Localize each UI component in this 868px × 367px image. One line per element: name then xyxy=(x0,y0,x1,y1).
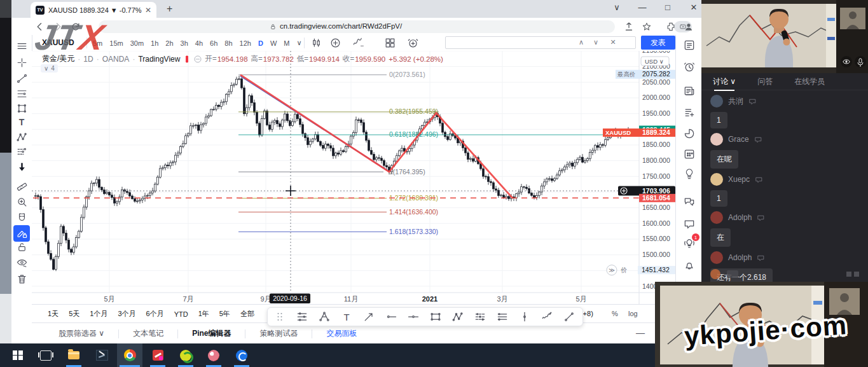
chat-bubble-icon[interactable] xyxy=(754,135,762,144)
window-minimize-icon[interactable]: — xyxy=(636,3,649,12)
forward-icon[interactable] xyxy=(52,21,64,32)
horizontal-line-tool-icon[interactable] xyxy=(384,310,398,324)
find-close-icon[interactable]: ✕ xyxy=(608,38,618,48)
crosshair-tool-icon[interactable] xyxy=(15,55,29,69)
timeframe-W[interactable]: W xyxy=(270,39,277,47)
magnet-tool-icon[interactable] xyxy=(15,211,29,225)
range-5天[interactable]: 5天 xyxy=(69,309,79,319)
new-tab-button[interactable]: + xyxy=(167,3,172,15)
range-1个月[interactable]: 1个月 xyxy=(90,309,107,319)
fib-lines-tool-icon[interactable] xyxy=(15,87,29,100)
zoom-in-tool-icon[interactable] xyxy=(15,195,29,209)
app-pink-icon[interactable] xyxy=(201,343,226,367)
snip-app-icon[interactable] xyxy=(89,343,114,367)
timeframe-2h[interactable]: 2h xyxy=(165,39,173,47)
symbol-button[interactable]: XAUUSD xyxy=(42,38,74,47)
floating-drawing-toolbar[interactable]: T xyxy=(267,307,583,326)
tab-search-icon[interactable]: ∨ xyxy=(610,3,623,12)
range-YTD[interactable]: YTD xyxy=(174,310,188,318)
find-next-icon[interactable]: ∨ xyxy=(591,38,601,48)
bottom-tab-交易面板[interactable]: 交易面板 xyxy=(312,328,371,339)
fib-speed-tool-icon[interactable] xyxy=(495,310,509,324)
range-6个月[interactable]: 6个月 xyxy=(146,309,164,319)
extensions-puzzle-icon[interactable] xyxy=(665,21,677,32)
watchlist-icon[interactable] xyxy=(682,38,696,52)
menu-tool-icon[interactable] xyxy=(15,39,29,53)
alert-add-icon[interactable] xyxy=(406,36,420,50)
bookmark-star-icon[interactable] xyxy=(641,21,652,32)
chat-tab-讨论[interactable]: 讨论 ∨ xyxy=(713,76,736,87)
bottom-tab-文本笔记[interactable]: 文本笔记 xyxy=(119,328,177,339)
percent-scale-button[interactable]: % xyxy=(612,310,618,317)
chat-bubble-icon[interactable] xyxy=(757,254,765,262)
range-1年[interactable]: 1年 xyxy=(198,309,209,319)
news-icon[interactable] xyxy=(682,84,696,98)
bottom-tab-Pine编辑器[interactable]: Pine编辑器 xyxy=(178,328,245,339)
range-3个月[interactable]: 3个月 xyxy=(118,309,135,319)
elliott-wave-tool-icon[interactable] xyxy=(540,310,554,324)
browser-tab[interactable]: TV XAUUSD 1889.324 ▼ -0.77% ✕ xyxy=(31,2,156,18)
start-button[interactable] xyxy=(5,343,31,367)
folder-icon[interactable] xyxy=(727,270,738,278)
log-scale-button[interactable]: log xyxy=(628,310,638,317)
drag-tool-icon[interactable] xyxy=(273,310,287,324)
back-icon[interactable] xyxy=(34,21,46,32)
range-1天[interactable]: 1天 xyxy=(48,309,59,319)
bottom-tab-股票筛选器[interactable]: 股票筛选器 ∨ xyxy=(45,328,118,339)
text-tool-icon[interactable]: T xyxy=(340,310,354,324)
range-5年[interactable]: 5年 xyxy=(219,309,230,319)
legend-pair[interactable]: 黄金/美元 xyxy=(42,53,74,64)
broadcast-icon[interactable]: 1 xyxy=(682,237,696,251)
profile-avatar-icon[interactable] xyxy=(683,21,694,32)
footer-icon[interactable] xyxy=(854,272,859,277)
hide-drawings-tool-icon[interactable] xyxy=(15,255,29,269)
timeframe-15m[interactable]: 15m xyxy=(109,39,123,47)
webinar-video-top[interactable] xyxy=(701,0,868,73)
hide-legend-icon[interactable] xyxy=(194,55,202,63)
timeframe-more-icon[interactable]: ∨ xyxy=(296,39,301,47)
candle-style-icon[interactable] xyxy=(309,36,323,50)
alarm-icon[interactable] xyxy=(682,60,696,74)
unlock-tool-icon[interactable] xyxy=(15,240,29,254)
timeframe-M[interactable]: M xyxy=(284,39,289,47)
trend-line-tool-icon[interactable] xyxy=(562,310,576,324)
timeframe-3h[interactable]: 3h xyxy=(181,39,188,47)
compare-add-icon[interactable] xyxy=(328,36,342,50)
shapes-tool-icon[interactable] xyxy=(15,101,29,115)
task-view-icon[interactable] xyxy=(33,343,59,367)
reload-icon[interactable] xyxy=(70,21,81,32)
range-全部[interactable]: 全部 xyxy=(240,309,254,319)
timeframe-12h[interactable]: 12h xyxy=(240,39,251,47)
timeframe-5m[interactable]: 5m xyxy=(93,39,102,47)
chat-icon[interactable] xyxy=(682,217,696,231)
trendline-tool-icon[interactable] xyxy=(15,71,29,85)
publish-button[interactable]: 发表 xyxy=(641,36,675,50)
tab-close-icon[interactable]: ✕ xyxy=(145,6,151,15)
timeframe-D[interactable]: D xyxy=(258,39,263,47)
arrow-tool-icon[interactable] xyxy=(362,310,376,324)
forecast-tool-icon[interactable] xyxy=(15,144,29,158)
timeframe-1h[interactable]: 1h xyxy=(151,39,158,47)
price-chart[interactable]: 0(2073.561)0.382(1955.459)0.618(1882.496… xyxy=(32,51,675,304)
pitchfork-tool-icon[interactable] xyxy=(317,310,331,324)
chat-tab-在线学员[interactable]: 在线学员 xyxy=(794,76,825,87)
indicators-icon[interactable] xyxy=(351,36,365,50)
app-yellow-icon[interactable] xyxy=(173,343,198,367)
share-icon[interactable] xyxy=(623,21,635,32)
timeframe-30m[interactable]: 30m xyxy=(130,39,144,47)
find-input[interactable]: ∧ ∨ ✕ xyxy=(445,36,636,49)
layout-grid-icon[interactable] xyxy=(383,36,397,50)
chat-bubble-icon[interactable] xyxy=(757,214,765,222)
rectangle-tool-icon[interactable] xyxy=(429,310,443,324)
arrow-down-tool-icon[interactable] xyxy=(15,160,29,174)
trash-tool-icon[interactable] xyxy=(15,272,29,286)
window-close-icon[interactable]: ✕ xyxy=(687,3,700,12)
timeframe-8h[interactable]: 8h xyxy=(224,39,232,47)
text-tool-icon[interactable]: T xyxy=(15,115,29,129)
app-blue-icon[interactable] xyxy=(229,343,254,367)
timeframe-4h[interactable]: 4h xyxy=(195,39,203,47)
chats-icon[interactable] xyxy=(682,195,696,209)
xabcd-pattern-tool-icon[interactable] xyxy=(15,130,29,144)
url-bar[interactable]: cn.tradingview.com/chart/RWd2dFpV/ xyxy=(99,20,615,33)
fib-retracement-tool-icon[interactable] xyxy=(295,310,309,324)
